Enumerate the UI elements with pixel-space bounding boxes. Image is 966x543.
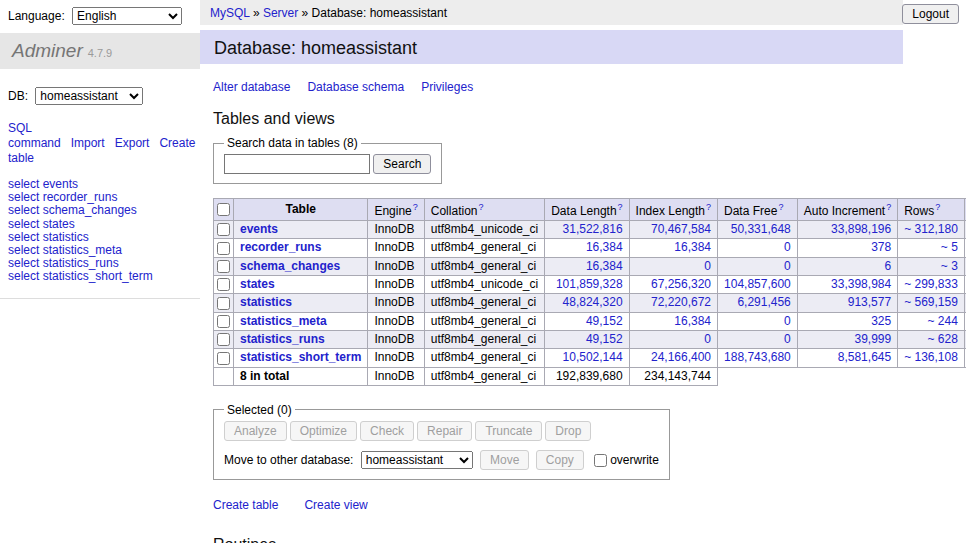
row-checkbox[interactable] bbox=[217, 260, 230, 273]
sidebar-table-link[interactable]: select statistics_short_term bbox=[8, 270, 153, 283]
engine-cell: InnoDB bbox=[368, 349, 424, 367]
breadcrumb-item[interactable]: Server bbox=[263, 6, 298, 20]
row-select-cell bbox=[214, 330, 234, 348]
rows-count-link[interactable]: ~ 312,180 bbox=[904, 222, 958, 236]
rows-cell: ~ 5 bbox=[898, 239, 965, 257]
data-free-cell: 50,331,648 bbox=[718, 221, 798, 239]
rows-count-link[interactable]: ~ 569,159 bbox=[904, 295, 958, 309]
table-name-link[interactable]: statistics_meta bbox=[240, 314, 327, 328]
auto-increment-cell: 33,398,984 bbox=[797, 275, 897, 293]
db-action-link[interactable]: Database schema bbox=[307, 80, 404, 94]
help-icon[interactable]: ? bbox=[706, 202, 711, 212]
help-icon[interactable]: ? bbox=[886, 202, 891, 212]
search-fieldset: Search data in tables (8) Search bbox=[213, 136, 442, 184]
page-title: Database: homeassistant bbox=[214, 38, 417, 58]
engine-cell: InnoDB bbox=[368, 294, 424, 312]
copy-button[interactable]: Copy bbox=[536, 450, 584, 470]
selected-buttons: AnalyzeOptimizeCheckRepairTruncateDrop bbox=[224, 421, 659, 441]
row-select-cell bbox=[214, 257, 234, 275]
help-icon[interactable]: ? bbox=[778, 202, 783, 212]
help-icon[interactable]: ? bbox=[935, 202, 940, 212]
table-name-link[interactable]: events bbox=[240, 222, 278, 236]
language-select[interactable]: English bbox=[72, 7, 182, 25]
check-button[interactable]: Check bbox=[360, 421, 414, 441]
db-action-link[interactable]: Alter database bbox=[213, 80, 290, 94]
total-label-cell: 8 in total bbox=[234, 367, 368, 385]
collation-cell: utf8mb4_general_ci bbox=[424, 257, 544, 275]
selected-legend: Selected (0) bbox=[224, 403, 295, 417]
row-checkbox[interactable] bbox=[217, 242, 230, 255]
table-name-link[interactable]: schema_changes bbox=[240, 259, 340, 273]
app-name[interactable]: Adminer bbox=[12, 40, 83, 61]
sidebar-table-link[interactable]: select states bbox=[8, 218, 75, 231]
move-db-select[interactable]: homeassistant bbox=[361, 451, 473, 469]
data-length-cell: 10,502,144 bbox=[545, 349, 629, 367]
sidebar-action-link[interactable]: Import bbox=[71, 136, 105, 150]
table-name-link[interactable]: statistics_runs bbox=[240, 332, 325, 346]
auto-increment-cell: 325 bbox=[797, 312, 897, 330]
language-label: Language: bbox=[8, 9, 65, 23]
help-icon[interactable]: ? bbox=[413, 202, 418, 212]
optimize-button[interactable]: Optimize bbox=[290, 421, 357, 441]
engine-cell: InnoDB bbox=[368, 275, 424, 293]
analyze-button[interactable]: Analyze bbox=[224, 421, 287, 441]
row-checkbox[interactable] bbox=[217, 223, 230, 236]
rows-cell: ~ 3 bbox=[898, 257, 965, 275]
repair-button[interactable]: Repair bbox=[417, 421, 472, 441]
row-checkbox[interactable] bbox=[217, 278, 230, 291]
data-free-cell: 0 bbox=[718, 239, 798, 257]
search-button[interactable]: Search bbox=[373, 154, 431, 174]
drop-button[interactable]: Drop bbox=[545, 421, 591, 441]
row-checkbox[interactable] bbox=[217, 315, 230, 328]
table-name-link[interactable]: recorder_runs bbox=[240, 240, 321, 254]
search-input[interactable] bbox=[224, 154, 370, 174]
sidebar-table-link[interactable]: select schema_changes bbox=[8, 204, 137, 217]
auto-increment-cell: 8,581,645 bbox=[797, 349, 897, 367]
row-select-cell bbox=[214, 349, 234, 367]
breadcrumb-item[interactable]: MySQL bbox=[210, 6, 250, 20]
rows-count-link[interactable]: ~ 3 bbox=[941, 259, 958, 273]
column-header: Rows? bbox=[898, 199, 965, 221]
sidebar-actions: SQL commandImportExportCreate table bbox=[0, 121, 172, 166]
collation-cell: utf8mb4_general_ci bbox=[424, 294, 544, 312]
data-length-cell: 49,152 bbox=[545, 312, 629, 330]
db-action-link[interactable]: Privileges bbox=[421, 80, 473, 94]
select-all-checkbox[interactable] bbox=[217, 203, 230, 216]
rows-count-link[interactable]: ~ 628 bbox=[928, 332, 958, 346]
tables-table: TableEngine?Collation?Data Length?Index … bbox=[213, 198, 966, 386]
rows-cell: ~ 628 bbox=[898, 330, 965, 348]
truncate-button[interactable]: Truncate bbox=[475, 421, 542, 441]
help-icon[interactable]: ? bbox=[618, 202, 623, 212]
index-length-cell: 16,384 bbox=[629, 239, 717, 257]
rows-count-link[interactable]: ~ 136,108 bbox=[904, 350, 958, 364]
logout-button[interactable]: Logout bbox=[902, 4, 959, 24]
sidebar-action-link[interactable]: SQL command bbox=[8, 121, 61, 150]
rows-count-link[interactable]: ~ 299,833 bbox=[904, 277, 958, 291]
index-length-cell: 0 bbox=[629, 257, 717, 275]
table-name-link[interactable]: statistics_short_term bbox=[240, 350, 361, 364]
row-select-cell bbox=[214, 221, 234, 239]
row-checkbox[interactable] bbox=[217, 297, 230, 310]
rows-count-link[interactable]: ~ 244 bbox=[928, 314, 958, 328]
tables-footer-row: 8 in totalInnoDButf8mb4_general_ci192,83… bbox=[214, 367, 966, 385]
db-select[interactable]: homeassistant bbox=[35, 87, 143, 105]
move-button[interactable]: Move bbox=[480, 450, 529, 470]
selected-fieldset: Selected (0) AnalyzeOptimizeCheckRepairT… bbox=[213, 403, 670, 480]
row-checkbox[interactable] bbox=[217, 333, 230, 346]
sidebar-action-link[interactable]: Export bbox=[115, 136, 150, 150]
overwrite-checkbox[interactable] bbox=[594, 454, 607, 467]
row-select-cell bbox=[214, 294, 234, 312]
table-name-cell: statistics_runs bbox=[234, 330, 368, 348]
table-row: recorder_runsInnoDButf8mb4_general_ci16,… bbox=[214, 239, 966, 257]
engine-cell: InnoDB bbox=[368, 221, 424, 239]
rows-count-link[interactable]: ~ 5 bbox=[941, 240, 958, 254]
move-label: Move to other database: bbox=[224, 453, 353, 467]
create-link[interactable]: Create view bbox=[304, 498, 367, 512]
row-checkbox[interactable] bbox=[217, 352, 230, 365]
table-name-link[interactable]: statistics bbox=[240, 295, 292, 309]
help-icon[interactable]: ? bbox=[478, 202, 483, 212]
sidebar-tables: select eventsselect recorder_runsselect … bbox=[0, 178, 200, 299]
table-name-link[interactable]: states bbox=[240, 277, 275, 291]
table-name-cell: events bbox=[234, 221, 368, 239]
create-link[interactable]: Create table bbox=[213, 498, 278, 512]
